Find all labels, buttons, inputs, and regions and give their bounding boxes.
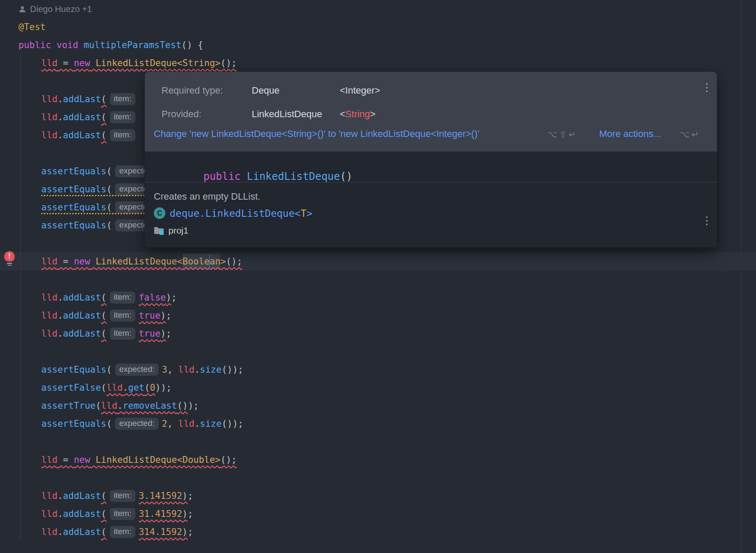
code-line[interactable]: lld = new LinkedListDeque<String>(); xyxy=(41,54,237,72)
code-line[interactable]: lld.addLast(item: xyxy=(41,108,139,126)
provided-generic-type-error: String xyxy=(345,109,370,119)
code-token: lld xyxy=(101,401,117,411)
code-line[interactable]: assertEquals(expected:3, lld.size()); xyxy=(41,361,243,379)
code-token: ( xyxy=(101,112,107,122)
code-token: get xyxy=(128,383,144,393)
warning-squiggle xyxy=(41,195,149,196)
code-token: addLast xyxy=(63,527,101,537)
code-line[interactable]: lld.addLast(item: xyxy=(41,126,139,144)
provided-type-label: Provided: xyxy=(162,109,252,120)
code-token: ; xyxy=(166,310,171,321)
code-token: ( xyxy=(101,292,107,303)
code-editor: Diego Huezo +1 @Testpublic void multiple… xyxy=(0,0,756,553)
error-bulb-icon[interactable]: ! xyxy=(4,251,15,267)
code-line[interactable]: lld.addLast(item:314.1592); xyxy=(41,523,193,541)
code-token: (); xyxy=(220,455,237,465)
code-line[interactable]: assertEquals(expected: xyxy=(41,216,162,234)
code-token: lld xyxy=(41,310,58,321)
code-token: ( xyxy=(144,383,150,393)
inlay-hint-chip: item: xyxy=(110,111,135,123)
code-token: ); xyxy=(188,401,198,411)
code-line[interactable]: assertFalse(lld.get(0)); xyxy=(41,379,172,397)
required-type-label: Required type: xyxy=(162,85,252,96)
code-line[interactable]: lld = new LinkedListDeque<Boolean>(); xyxy=(41,252,242,270)
code-line[interactable]: lld.addLast(item:true); xyxy=(41,307,171,325)
code-token: 2 xyxy=(162,419,168,429)
code-token: assertEquals xyxy=(41,166,107,176)
code-token: > xyxy=(220,256,226,267)
code-token: ; xyxy=(166,328,171,339)
inlay-hint-chip: expected: xyxy=(115,418,158,430)
code-token: ( xyxy=(95,401,101,411)
code-line[interactable]: lld.addLast(item:31.41592); xyxy=(41,505,193,523)
inlay-hint-chip: item: xyxy=(110,129,135,141)
code-token: lld xyxy=(41,292,58,303)
code-token: lld xyxy=(41,130,58,140)
code-line[interactable]: public void multipleParamsTest() { xyxy=(18,36,203,54)
inlay-hint-chip: item: xyxy=(110,93,135,105)
code-token: ) xyxy=(161,310,166,321)
module-name: proj1 xyxy=(168,225,189,236)
class-reference[interactable]: deque.LinkedListDeque<T> xyxy=(170,208,312,219)
code-token: ()); xyxy=(222,419,244,429)
code-token: removeLast xyxy=(123,401,177,411)
generic-open: < xyxy=(340,109,345,119)
code-line[interactable]: lld.addLast(item:false); xyxy=(41,289,177,307)
code-token: ( xyxy=(107,166,112,176)
code-token: addLast xyxy=(63,328,101,339)
code-token: lld xyxy=(41,256,58,267)
code-token: lld xyxy=(41,455,58,465)
code-token: true xyxy=(139,310,161,321)
code-token: ) xyxy=(182,509,188,519)
code-token: lld xyxy=(41,509,58,519)
code-token: lld xyxy=(41,328,58,339)
more-actions-link[interactable]: More actions... xyxy=(599,128,661,140)
code-token: lld xyxy=(178,419,195,429)
popup-kebab-menu-top[interactable]: ⋮ xyxy=(701,82,711,93)
required-type-value: Deque xyxy=(252,85,340,96)
code-token: ; xyxy=(171,292,177,303)
code-token: ( xyxy=(101,383,107,393)
code-token: 3.141592 xyxy=(139,491,182,501)
code-line[interactable]: lld.addLast(item:3.141592); xyxy=(41,487,193,505)
code-token: (); xyxy=(220,58,237,68)
code-token: new xyxy=(74,256,90,267)
code-line[interactable]: @Test xyxy=(18,18,46,36)
code-token: 314.1592 xyxy=(139,527,182,537)
signature-keyword: public xyxy=(204,170,247,182)
code-token: ( xyxy=(107,365,112,375)
code-token: lld xyxy=(41,491,58,501)
code-token: lld xyxy=(41,527,58,537)
section-divider xyxy=(145,182,717,182)
signature-name: LinkedListDeque xyxy=(247,170,340,182)
inlay-hint-chip: item: xyxy=(110,292,135,304)
code-line[interactable]: assertEquals(expected: xyxy=(41,162,162,180)
code-token: . xyxy=(195,365,200,375)
inlay-hint-chip: expected: xyxy=(115,364,158,376)
code-token: ( xyxy=(107,202,112,213)
code-token: assertEquals xyxy=(41,220,107,231)
quickfix-change-link[interactable]: Change 'new LinkedListDeque<String>()' t… xyxy=(154,128,479,140)
code-token: . xyxy=(58,310,63,321)
code-line[interactable]: lld.addLast(item: xyxy=(41,90,139,108)
code-line[interactable]: assertTrue(lld.removeLast()); xyxy=(41,397,199,415)
code-token: addLast xyxy=(63,130,101,140)
code-line[interactable]: lld = new LinkedListDeque<Double>(); xyxy=(41,451,237,469)
code-token: . xyxy=(195,419,200,429)
code-token: . xyxy=(58,509,63,519)
error-tooltip-header: Required type: Deque <Integer> Provided:… xyxy=(145,72,717,152)
code-token: (); xyxy=(226,256,242,267)
code-token: . xyxy=(58,328,63,339)
code-token: new xyxy=(74,455,90,465)
code-line[interactable]: assertEquals(expected:2, lld.size()); xyxy=(41,415,243,433)
code-token: size xyxy=(200,365,222,375)
doc-description: Creates an empty DLList. xyxy=(154,191,260,202)
quickfix-action-row: Change 'new LinkedListDeque<String>()' t… xyxy=(145,128,717,143)
code-token xyxy=(90,455,96,465)
code-line[interactable]: lld.addLast(item:true); xyxy=(41,325,171,343)
inlay-hint-chip: item: xyxy=(110,328,135,340)
code-token: assertFalse xyxy=(41,383,101,393)
popup-kebab-menu-bottom[interactable]: ⋮ xyxy=(701,215,711,226)
code-token: ( xyxy=(107,419,112,429)
module-row: proj1 xyxy=(154,225,189,236)
